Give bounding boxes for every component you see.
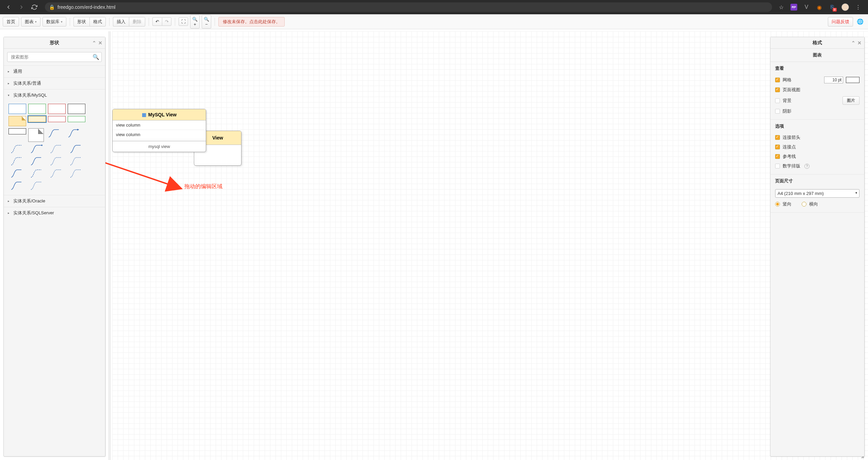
pagesize-select[interactable]: A4 (210 mm x 297 mm)▾ bbox=[775, 189, 859, 198]
shape-relation-line[interactable] bbox=[46, 128, 64, 138]
shape-table-blue[interactable] bbox=[9, 104, 26, 114]
category-general[interactable]: ▸通用 bbox=[4, 66, 105, 77]
chart-menu[interactable]: 图表▾ bbox=[21, 17, 40, 27]
fit-button[interactable]: ⛶ bbox=[179, 17, 188, 26]
chevron-down-icon: ▾ bbox=[8, 94, 11, 97]
category-er-sqlserver[interactable]: ▸实体关系/SQLServer bbox=[4, 207, 105, 219]
shape-relation-line[interactable] bbox=[28, 144, 46, 154]
reload-button[interactable] bbox=[29, 2, 39, 12]
zoom-out-button[interactable]: 🔍− bbox=[202, 15, 211, 29]
shape-relation-line[interactable] bbox=[48, 156, 66, 166]
svg-point-1 bbox=[41, 145, 43, 146]
canvas-grid bbox=[112, 31, 868, 460]
checkbox-background[interactable] bbox=[775, 98, 780, 103]
search-input[interactable] bbox=[7, 52, 90, 62]
shape-relation-line[interactable] bbox=[68, 156, 85, 166]
shape-relation-line[interactable] bbox=[68, 144, 85, 154]
url-text: freedgo.com/erd-index.html bbox=[57, 4, 115, 10]
shape-search[interactable]: 🔍 bbox=[7, 52, 102, 62]
fit-icon: ⛶ bbox=[181, 19, 186, 24]
save-banner[interactable]: 修改未保存。点击此处保存。 bbox=[218, 17, 285, 27]
close-icon[interactable]: ✕ bbox=[857, 40, 862, 46]
radio-portrait[interactable] bbox=[775, 202, 780, 207]
scrollbar[interactable] bbox=[108, 31, 111, 460]
shape-note-large[interactable] bbox=[28, 128, 44, 142]
canvas[interactable]: View ▦ MySQL View view column view colum… bbox=[0, 29, 868, 460]
extension-translate-icon[interactable]: ⎘ bbox=[829, 3, 836, 11]
profile-avatar[interactable] bbox=[841, 3, 849, 11]
shape-note[interactable] bbox=[9, 116, 26, 126]
extension-orange-icon[interactable]: ◉ bbox=[816, 3, 823, 11]
checkbox-conn-arrows[interactable] bbox=[775, 135, 780, 140]
view-title-behind: View bbox=[212, 135, 223, 141]
shape-table-red[interactable] bbox=[48, 104, 66, 114]
category-er-mysql[interactable]: ▾实体关系/MySQL bbox=[4, 89, 105, 101]
category-er-oracle[interactable]: ▸实体关系/Oracle bbox=[4, 195, 105, 207]
shape-relation-line[interactable] bbox=[48, 144, 66, 154]
extension-v-icon[interactable]: V bbox=[803, 3, 810, 11]
chevron-right-icon: ▸ bbox=[8, 82, 11, 85]
tab-chart[interactable]: 图表 bbox=[770, 49, 864, 62]
checkbox-shadow[interactable] bbox=[775, 109, 780, 114]
grid-size-input[interactable]: 10 pt bbox=[824, 77, 843, 83]
shape-relation-line[interactable] bbox=[48, 168, 66, 179]
chevron-down-icon: ▾ bbox=[61, 20, 63, 23]
feedback-button[interactable]: 问题反馈 bbox=[828, 17, 853, 27]
shape-relation-line[interactable] bbox=[28, 181, 46, 191]
url-bar[interactable]: 🔒 freedgo.com/erd-index.html bbox=[45, 2, 772, 12]
shape-button[interactable]: 形状 bbox=[73, 17, 89, 27]
shape-view-yellow[interactable] bbox=[28, 116, 46, 122]
shape-relation-line[interactable] bbox=[28, 156, 46, 166]
insert-button[interactable]: 插入 bbox=[113, 17, 129, 27]
undo-button[interactable]: ↶ bbox=[152, 17, 162, 26]
format-button[interactable]: 格式 bbox=[89, 17, 106, 27]
checkbox-conn-points[interactable] bbox=[775, 145, 780, 149]
extension-rp-icon[interactable]: RP bbox=[790, 4, 797, 11]
home-button[interactable]: 首页 bbox=[3, 17, 19, 27]
shape-relation-line[interactable] bbox=[9, 156, 26, 166]
search-icon[interactable]: 🔍 bbox=[90, 52, 101, 62]
shape-relation-line[interactable] bbox=[9, 144, 26, 154]
format-panel: 格式 ⌃ ✕ 图表 查看 网格 10 pt 页面视图 bbox=[770, 37, 865, 457]
shape-relation-line[interactable] bbox=[66, 128, 83, 138]
shape-view-black[interactable] bbox=[9, 128, 26, 134]
shape-relation-line[interactable] bbox=[9, 168, 26, 179]
checkbox-grid[interactable] bbox=[775, 78, 780, 82]
info-icon[interactable]: ? bbox=[804, 164, 809, 169]
shape-table-black[interactable] bbox=[68, 104, 85, 114]
radio-landscape[interactable] bbox=[802, 202, 806, 207]
checkbox-math[interactable] bbox=[775, 164, 780, 168]
database-menu[interactable]: 数据库▾ bbox=[43, 17, 66, 27]
section-view: 查看 bbox=[775, 65, 859, 71]
language-button[interactable]: 🌐 bbox=[855, 17, 865, 27]
main-area: View ▦ MySQL View view column view colum… bbox=[0, 29, 868, 460]
menu-icon[interactable]: ⋮ bbox=[854, 3, 862, 11]
collapse-icon[interactable]: ⌃ bbox=[92, 40, 96, 46]
shape-view-red[interactable] bbox=[48, 116, 66, 122]
globe-icon: 🌐 bbox=[857, 18, 864, 25]
shape-relation-line[interactable] bbox=[68, 168, 85, 179]
category-er-common[interactable]: ▸实体关系/普通 bbox=[4, 78, 105, 89]
grid-color-swatch[interactable] bbox=[846, 77, 859, 83]
zoom-in-icon: 🔍+ bbox=[192, 17, 198, 27]
zoom-in-button[interactable]: 🔍+ bbox=[190, 15, 200, 29]
shape-table-green[interactable] bbox=[28, 104, 46, 114]
delete-button[interactable]: 删除 bbox=[129, 17, 145, 27]
panel-title: 格式 bbox=[813, 40, 822, 46]
browser-chrome: 🔒 freedgo.com/erd-index.html ☆ RP V ◉ ⎘ … bbox=[0, 0, 868, 14]
annotation-text: 拖动的编辑区域 bbox=[184, 183, 222, 190]
checkbox-pageview[interactable] bbox=[775, 87, 780, 92]
image-button[interactable]: 图片 bbox=[842, 96, 859, 105]
chevron-right-icon: ▸ bbox=[8, 199, 11, 203]
back-button[interactable] bbox=[3, 2, 14, 12]
redo-button[interactable]: ↷ bbox=[162, 17, 171, 26]
close-icon[interactable]: ✕ bbox=[98, 40, 102, 46]
star-icon[interactable]: ☆ bbox=[778, 3, 785, 11]
shape-view-green[interactable] bbox=[68, 116, 85, 122]
shapes-panel: 形状 ⌃ ✕ 🔍 ▸通用 ▸实体关系/普通 ▾实体关系/MySQL bbox=[3, 37, 105, 457]
collapse-icon[interactable]: ⌃ bbox=[851, 40, 855, 46]
shape-relation-line[interactable] bbox=[28, 168, 46, 179]
shape-relation-line[interactable] bbox=[9, 181, 26, 191]
forward-button[interactable] bbox=[16, 2, 27, 12]
checkbox-guides[interactable] bbox=[775, 154, 780, 159]
